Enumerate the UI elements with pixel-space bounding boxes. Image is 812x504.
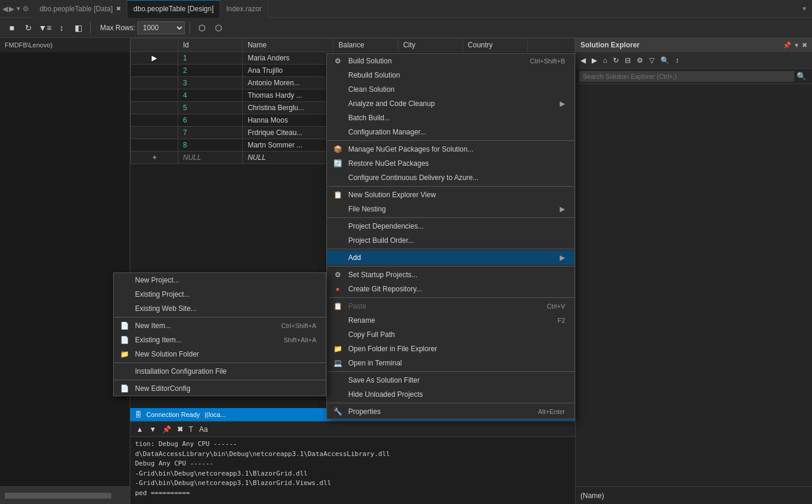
se-home-btn[interactable]: ⌂ [601, 55, 609, 66]
menu-sep-3 [327, 217, 575, 218]
cell-id: 3 [178, 77, 243, 89]
menu-open-terminal[interactable]: 💻 Open in Terminal [327, 356, 575, 370]
output-clear-btn[interactable]: ▲ [135, 424, 145, 435]
script-btn-3[interactable]: ⬡ [211, 21, 226, 35]
menu-restore-nuget-label: Restore NuGet Packages [348, 159, 429, 168]
sort-btn[interactable]: ↕ [54, 21, 69, 35]
add-menu-existing-item[interactable]: 📄 Existing Item... Shift+Alt+A [114, 333, 326, 347]
row-marker [131, 114, 178, 127]
se-preview-btn[interactable]: 🔍 [658, 55, 672, 66]
menu-batch-build[interactable]: Batch Build... [327, 111, 575, 125]
add-menu-new-solution-folder[interactable]: 📁 New Solution Folder [114, 347, 326, 361]
status-db-icon: 🗄 [135, 411, 142, 418]
menu-clean-solution[interactable]: Clean Solution [327, 82, 575, 97]
tab-data-label: dbo.peopleTable [Data] [40, 5, 113, 13]
menu-copy-path[interactable]: Copy Full Path [327, 328, 575, 342]
menu-rebuild-label: Rebuild Solution [348, 71, 400, 79]
tab-bar-nav-right[interactable]: ▶ [9, 5, 14, 13]
output-collapse-btn[interactable]: ▼ [148, 424, 158, 435]
menu-hide-unloaded-label: Hide Unloaded Projects [348, 390, 423, 399]
tab-extras-menu[interactable]: ▼ [801, 5, 807, 12]
output-line: -Grid\bin\Debug\netcoreapp3.1\BlazorGrid… [135, 469, 570, 479]
script-btn-2[interactable]: ⬡ [195, 21, 209, 35]
se-collapse-btn[interactable]: ⊟ [622, 55, 633, 66]
output-x-btn[interactable]: ✖ [176, 424, 184, 435]
menu-save-solution-filter[interactable]: Save As Solution Filter [327, 373, 575, 387]
tab-bar: ◀ ▶ ▼ ⚙ dbo.peopleTable [Data] ✖ dbo.peo… [0, 0, 812, 18]
se-props-btn[interactable]: ⚙ [634, 55, 646, 66]
scroll-bar[interactable] [5, 493, 111, 499]
row-marker [131, 127, 178, 139]
se-pin-btn[interactable]: 📌 [783, 41, 791, 49]
tab-bar-nav-left[interactable]: ◀ [2, 5, 8, 13]
se-forward-btn[interactable]: ▶ [589, 55, 599, 66]
output-line: tion: Debug Any CPU ------ [135, 439, 570, 450]
menu-analyze[interactable]: Analyze and Code Cleanup ▶ [327, 97, 575, 111]
menu-project-deps-label: Project Dependencies... [348, 222, 423, 230]
create-git-icon: ● [332, 283, 344, 295]
output-pin-btn[interactable]: 📌 [161, 424, 172, 435]
add-menu-existing-project[interactable]: Existing Project... [114, 287, 326, 301]
menu-open-folder[interactable]: 📁 Open Folder in File Explorer [327, 342, 575, 356]
menu-build-solution[interactable]: ⚙ Build Solution Ctrl+Shift+B [327, 54, 575, 68]
cell-name: Martn Sommer ... [243, 139, 333, 152]
add-menu-install-config-label: Installation Configuration File [135, 367, 227, 375]
refresh-btn[interactable]: ↻ [21, 21, 36, 35]
tab-index[interactable]: Index.razor [220, 0, 268, 18]
max-rows-select[interactable]: 1000 500 200 100 [137, 21, 185, 34]
add-menu-new-project[interactable]: New Project... [114, 273, 326, 287]
menu-project-build-order-label: Project Build Order... [348, 236, 414, 245]
cell-id: 1 [178, 52, 243, 65]
se-close-btn[interactable]: ✖ [802, 41, 807, 49]
add-menu-new-item[interactable]: 📄 New Item... Ctrl+Shift+A [114, 319, 326, 333]
se-filter-btn[interactable]: ▽ [647, 55, 657, 66]
menu-nuget[interactable]: 📦 Manage NuGet Packages for Solution... [327, 142, 575, 156]
se-refresh-btn[interactable]: ↻ [611, 55, 621, 66]
menu-restore-nuget[interactable]: 🔄 Restore NuGet Packages [327, 156, 575, 171]
menu-rebuild-solution[interactable]: Rebuild Solution [327, 68, 575, 82]
stop-btn[interactable]: ■ [5, 21, 19, 35]
tab-bar-menu[interactable]: ▼ [15, 5, 21, 12]
add-menu-existing-web[interactable]: Existing Web Site... [114, 301, 326, 316]
se-git-btn[interactable]: ↕ [673, 55, 681, 66]
se-search-input[interactable] [579, 71, 794, 82]
tab-data[interactable]: dbo.peopleTable [Data] ✖ [34, 0, 127, 18]
menu-new-se-view-label: New Solution Explorer View [348, 191, 436, 199]
output-aa-btn[interactable]: Aa [198, 424, 209, 435]
menu-paste[interactable]: 📋 Paste Ctrl+V [327, 299, 575, 313]
menu-add[interactable]: Add ▶ [327, 251, 575, 265]
cell-id: 7 [178, 127, 243, 139]
add-menu-sep-1 [114, 317, 326, 317]
script-btn[interactable]: ◧ [71, 21, 85, 35]
add-menu-install-config[interactable]: Installation Configuration File [114, 364, 326, 378]
menu-config-manager[interactable]: Configuration Manager... [327, 125, 575, 139]
menu-create-git[interactable]: ● Create Git Repository... [327, 282, 575, 296]
menu-build-solution-label: Build Solution [348, 57, 391, 65]
row-marker [131, 77, 178, 89]
cell-id: 6 [178, 114, 243, 127]
se-search-btn[interactable]: 🔍 [794, 70, 808, 82]
add-menu-new-editorconfig[interactable]: 📄 New EditorConfig [114, 381, 326, 396]
menu-set-startup[interactable]: ⚙ Set Startup Projects... [327, 268, 575, 282]
menu-project-build-order[interactable]: Project Build Order... [327, 233, 575, 248]
menu-azure[interactable]: Configure Continuous Delivery to Azure..… [327, 171, 575, 185]
properties-icon: 🔧 [332, 406, 344, 418]
menu-file-nesting[interactable]: File Nesting ▶ [327, 202, 575, 216]
menu-nuget-label: Manage NuGet Packages for Solution... [348, 145, 473, 153]
menu-rename[interactable]: Rename F2 [327, 313, 575, 328]
tab-bar-settings[interactable]: ⚙ [23, 5, 29, 13]
menu-sep-6 [327, 297, 575, 298]
menu-new-se-view[interactable]: 📋 New Solution Explorer View [327, 188, 575, 202]
new-editorconfig-icon: 📄 [118, 383, 130, 394]
filter-btn[interactable]: ▼≡ [38, 21, 52, 35]
menu-copy-path-label: Copy Full Path [348, 330, 395, 339]
se-menu-btn[interactable]: ▼ [794, 41, 800, 49]
row-marker: ▶ [131, 52, 178, 65]
menu-sep-2 [327, 186, 575, 187]
output-text-btn[interactable]: T [188, 424, 194, 435]
se-back-btn[interactable]: ◀ [578, 55, 588, 66]
menu-project-deps[interactable]: Project Dependencies... [327, 219, 575, 233]
menu-hide-unloaded[interactable]: Hide Unloaded Projects [327, 387, 575, 402]
tab-design[interactable]: dbo.peopleTable [Design] [127, 0, 220, 18]
menu-properties[interactable]: 🔧 Properties Alt+Enter [327, 405, 575, 419]
